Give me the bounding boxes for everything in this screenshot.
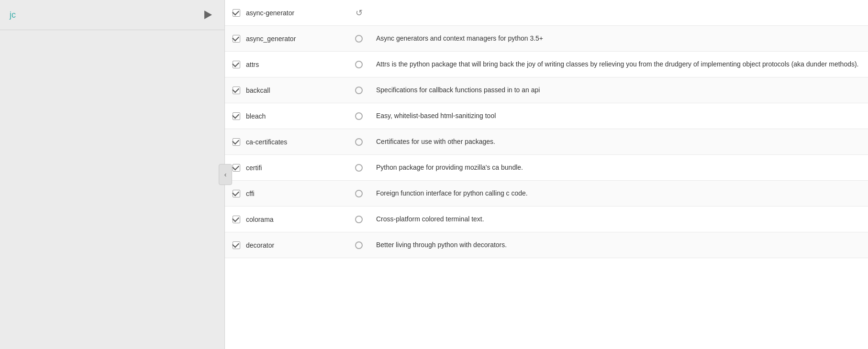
package-status-cell [349,56,368,73]
sidebar-header: jc [0,0,224,30]
package-checkbox[interactable] [233,87,240,94]
sidebar-title: jc [10,10,16,20]
status-circle-icon [355,190,363,197]
package-description: Attrs is the python package that will br… [368,55,868,74]
package-description: Specifications for callback functions pa… [368,80,868,100]
package-status-cell [349,237,368,254]
table-row: bleachEasy, whitelist-based html-sanitiz… [225,103,868,129]
package-name-label: attrs [246,61,259,68]
package-checkbox[interactable] [233,164,240,172]
package-name-label: certifi [246,164,262,172]
table-row: backcallSpecifications for callback func… [225,77,868,103]
package-name-label: cffi [246,190,255,197]
package-description: Python package for providing mozilla's c… [368,158,868,177]
status-circle-icon [355,164,363,172]
package-checkbox[interactable] [233,138,240,146]
package-name-label: bleach [246,112,266,120]
collapse-sidebar-button[interactable]: ‹ [219,164,232,185]
package-checkbox[interactable] [233,61,240,68]
package-status-cell [349,133,368,151]
package-status-cell [349,211,368,228]
status-circle-icon [355,87,363,94]
table-row: async_generatorAsync generators and cont… [225,26,868,52]
package-description [368,8,868,18]
run-icon [204,11,212,19]
sidebar: jc ‹ [0,0,225,349]
package-description: Cross-platform colored terminal text. [368,209,868,229]
status-arrow-icon: ↺ [356,8,363,18]
table-row: decoratorBetter living through python wi… [225,232,868,258]
package-name-label: async_generator [246,35,296,43]
package-description: Easy, whitelist-based html-sanitizing to… [368,106,868,126]
status-circle-icon [355,216,363,223]
package-description: Foreign function interface for python ca… [368,184,868,203]
package-name-cell: async-generator [225,4,349,22]
package-name-label: decorator [246,241,274,249]
package-table: async-generator↺async_generatorAsync gen… [225,0,868,258]
package-name-label: async-generator [246,9,294,17]
package-status-cell [349,82,368,99]
status-circle-icon [355,61,363,68]
package-checkbox[interactable] [233,241,240,249]
package-name-cell: colorama [225,211,349,228]
package-name-cell: backcall [225,82,349,99]
package-name-cell: attrs [225,56,349,73]
package-name-label: backcall [246,87,270,94]
package-checkbox[interactable] [233,112,240,120]
package-description: Better living through python with decora… [368,235,868,255]
status-circle-icon [355,112,363,120]
run-button[interactable] [201,8,215,22]
package-status-cell [349,159,368,176]
package-checkbox[interactable] [233,216,240,223]
package-name-cell: certifi [225,159,349,176]
package-description: Certificates for use with other packages… [368,132,868,152]
package-name-cell: async_generator [225,30,349,47]
package-status-cell [349,185,368,202]
table-row: certifiPython package for providing mozi… [225,155,868,181]
table-row: ca-certificatesCertificates for use with… [225,129,868,155]
package-name-cell: cffi [225,185,349,202]
main-content: async-generator↺async_generatorAsync gen… [225,0,868,349]
package-name-cell: ca-certificates [225,133,349,151]
package-checkbox[interactable] [233,9,240,17]
package-name-cell: decorator [225,237,349,254]
table-row: cffiForeign function interface for pytho… [225,181,868,207]
package-description: Async generators and context managers fo… [368,29,868,48]
package-name-label: ca-certificates [246,138,287,146]
package-checkbox[interactable] [233,35,240,43]
package-name-label: colorama [246,216,274,223]
status-circle-icon [355,138,363,146]
package-status-cell [349,30,368,47]
table-row: attrsAttrs is the python package that wi… [225,52,868,77]
table-row: async-generator↺ [225,0,868,26]
package-name-cell: bleach [225,108,349,125]
table-row: coloramaCross-platform colored terminal … [225,207,868,232]
status-circle-icon [355,241,363,249]
package-status-cell: ↺ [349,3,368,23]
package-status-cell [349,108,368,125]
status-circle-icon [355,35,363,43]
package-checkbox[interactable] [233,190,240,197]
